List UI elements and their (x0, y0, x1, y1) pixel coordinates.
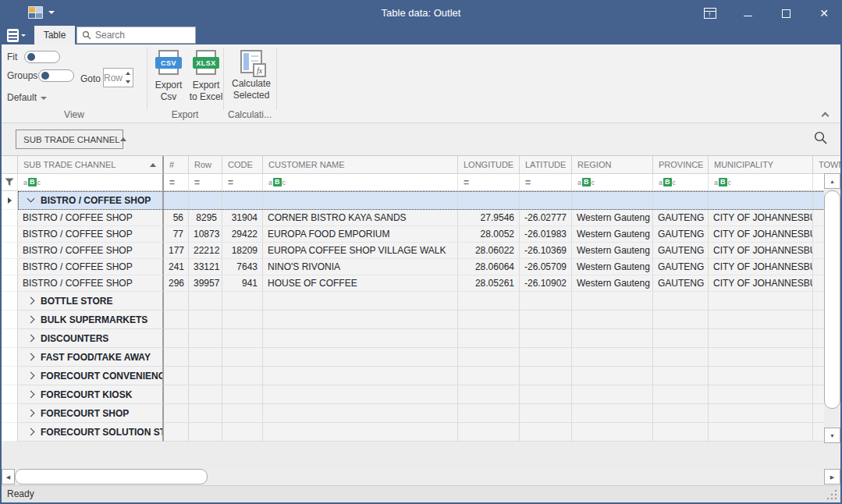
cell-row-index[interactable]: 33121 (189, 259, 222, 275)
group-row-collapsed[interactable]: BOTTLE STORE (2, 292, 840, 311)
cell-customer-name[interactable]: EUROPA COFFEE SHOP VILLAGE WALK (263, 243, 458, 259)
scroll-right-button[interactable]: ▶ (824, 469, 840, 484)
filter-cell-region[interactable]: aBc (572, 174, 653, 191)
application-menu-button[interactable] (7, 27, 30, 44)
cell-latitude[interactable]: -26.10369 (520, 243, 572, 259)
cell-longitude[interactable]: 28.06022 (458, 243, 520, 259)
cell-latitude[interactable]: -26.05709 (520, 259, 572, 275)
cell-code[interactable]: 31904 (222, 210, 263, 226)
column-header-municipality[interactable]: MUNICIPALITY (709, 156, 813, 174)
cell-province[interactable]: GAUTENG (653, 210, 709, 226)
cell-customer-name[interactable]: NINO'S RIVONIA (263, 259, 458, 275)
cell-longitude[interactable]: 27.9546 (458, 210, 520, 226)
collapse-group-icon[interactable] (27, 195, 35, 203)
expand-group-icon[interactable] (27, 316, 35, 324)
cell-number[interactable]: 56 (164, 210, 189, 226)
filter-cell-code[interactable]: = (222, 174, 263, 191)
cell-number[interactable]: 241 (164, 259, 189, 275)
cell-row-index[interactable]: 8295 (189, 210, 222, 226)
scroll-up-button[interactable]: ▲ (824, 173, 840, 189)
cell-sub-trade-channel[interactable]: BISTRO / COFFEE SHOP (18, 226, 164, 243)
cell-province[interactable]: GAUTENG (653, 243, 709, 259)
column-header-row-index[interactable]: Row (189, 156, 222, 174)
cell-region[interactable]: Western Gauteng (572, 259, 653, 275)
cell-code[interactable]: 941 (222, 275, 263, 292)
expand-group-icon[interactable] (27, 297, 35, 305)
group-row-label-cell[interactable]: BISTRO / COFFEE SHOP (18, 191, 164, 210)
resize-grip[interactable] (827, 490, 837, 499)
cell-latitude[interactable]: -26.02777 (520, 210, 572, 226)
cell-municipality[interactable]: CITY OF JOHANNESBURG (709, 226, 813, 243)
groups-toggle[interactable] (38, 69, 74, 82)
spin-up-button[interactable] (123, 69, 133, 78)
filter-cell-sub-trade-channel[interactable]: aBc (18, 174, 164, 191)
cell-row-index[interactable]: 10873 (189, 226, 222, 243)
table-row[interactable]: BISTRO / COFFEE SHOP 177 22212 18209 EUR… (2, 243, 840, 259)
cell-number[interactable]: 296 (164, 275, 189, 292)
calculate-selected-button[interactable]: fx Calculate Selected (229, 46, 273, 112)
cell-row-index[interactable]: 39957 (189, 275, 222, 292)
cell-province[interactable]: GAUTENG (653, 275, 709, 292)
default-dropdown[interactable]: Default (7, 92, 47, 103)
column-header-customer-name[interactable]: CUSTOMER NAME (263, 156, 458, 174)
expand-group-icon[interactable] (27, 428, 35, 436)
column-header-province[interactable]: PROVINCE (653, 156, 709, 174)
search-input[interactable] (95, 30, 190, 41)
close-button[interactable]: ✕ (813, 3, 835, 23)
vertical-scrollbar[interactable]: ▲ ▼ (824, 173, 840, 443)
cell-province[interactable]: GAUTENG (653, 226, 709, 243)
group-row-expanded[interactable]: BISTRO / COFFEE SHOP (2, 191, 840, 210)
cell-longitude[interactable]: 28.0052 (458, 226, 520, 243)
expand-group-icon[interactable] (27, 335, 35, 343)
scroll-down-button[interactable]: ▼ (824, 428, 840, 443)
column-header-latitude[interactable]: LATITUDE (520, 156, 572, 174)
cell-latitude[interactable]: -26.10902 (520, 275, 572, 292)
ribbon-search-box[interactable] (76, 27, 196, 44)
column-header-town[interactable]: TOWN (813, 156, 840, 174)
maximize-button[interactable] (775, 3, 797, 23)
cell-row-index[interactable]: 22212 (189, 243, 222, 259)
cell-customer-name[interactable]: HOUSE OF COFFEE (263, 275, 458, 292)
column-header-number[interactable]: # (164, 156, 189, 174)
group-row-collapsed[interactable]: DISCOUNTERS (2, 329, 840, 348)
export-csv-button[interactable]: CSV Export Csv (150, 46, 187, 112)
cell-latitude[interactable]: -26.01983 (520, 226, 572, 243)
table-row[interactable]: BISTRO / COFFEE SHOP 56 8295 31904 CORNE… (2, 210, 840, 226)
cell-code[interactable]: 18209 (222, 243, 263, 259)
expand-group-icon[interactable] (27, 391, 35, 399)
cell-sub-trade-channel[interactable]: BISTRO / COFFEE SHOP (18, 243, 164, 259)
group-row-collapsed[interactable]: BULK SUPERMARKETS (2, 311, 840, 329)
spin-down-button[interactable] (123, 78, 133, 87)
group-row-collapsed[interactable]: FORECOURT SHOP (2, 404, 840, 423)
expand-group-icon[interactable] (27, 353, 35, 361)
scroll-left-button[interactable]: ◀ (2, 469, 15, 484)
cell-code[interactable]: 29422 (222, 226, 263, 243)
group-row-collapsed[interactable]: FAST FOOD/TAKE AWAY (2, 348, 840, 367)
cell-region[interactable]: Western Gauteng (572, 226, 653, 243)
group-row-collapsed[interactable]: FORECOURT KIOSK (2, 385, 840, 404)
cell-region[interactable]: Western Gauteng (572, 243, 653, 259)
cell-sub-trade-channel[interactable]: BISTRO / COFFEE SHOP (18, 210, 164, 226)
filter-cell-number[interactable]: = (164, 174, 189, 191)
ribbon-display-options-button[interactable] (699, 3, 721, 23)
cell-customer-name[interactable]: CORNER BISTRO KAYA SANDS (263, 210, 458, 226)
filter-cell-row-index[interactable]: = (189, 174, 222, 191)
filter-cell-customer-name[interactable]: aBc (263, 174, 458, 191)
filter-cell-longitude[interactable]: = (458, 174, 520, 191)
cell-region[interactable]: Western Gauteng (572, 210, 653, 226)
horizontal-scrollbar[interactable]: ◀ ▶ (2, 469, 840, 485)
cell-sub-trade-channel[interactable]: BISTRO / COFFEE SHOP (18, 259, 164, 275)
cell-province[interactable]: GAUTENG (653, 259, 709, 275)
column-header-sub-trade-channel[interactable]: SUB TRADE CHANNEL (18, 156, 164, 174)
filter-cell-province[interactable]: aBc (653, 174, 709, 191)
cell-longitude[interactable]: 28.05261 (458, 275, 520, 292)
column-header-code[interactable]: CODE (222, 156, 263, 174)
collapse-ribbon-button[interactable] (819, 110, 831, 119)
horizontal-scrollbar-thumb[interactable] (15, 469, 208, 484)
cell-number[interactable]: 77 (164, 226, 189, 243)
vertical-scrollbar-thumb[interactable] (824, 190, 840, 409)
cell-region[interactable]: Western Gauteng (572, 275, 653, 292)
grid-search-icon[interactable] (813, 130, 828, 145)
cell-customer-name[interactable]: EUROPA FOOD EMPORIUM (263, 226, 458, 243)
fit-toggle[interactable] (24, 51, 60, 63)
